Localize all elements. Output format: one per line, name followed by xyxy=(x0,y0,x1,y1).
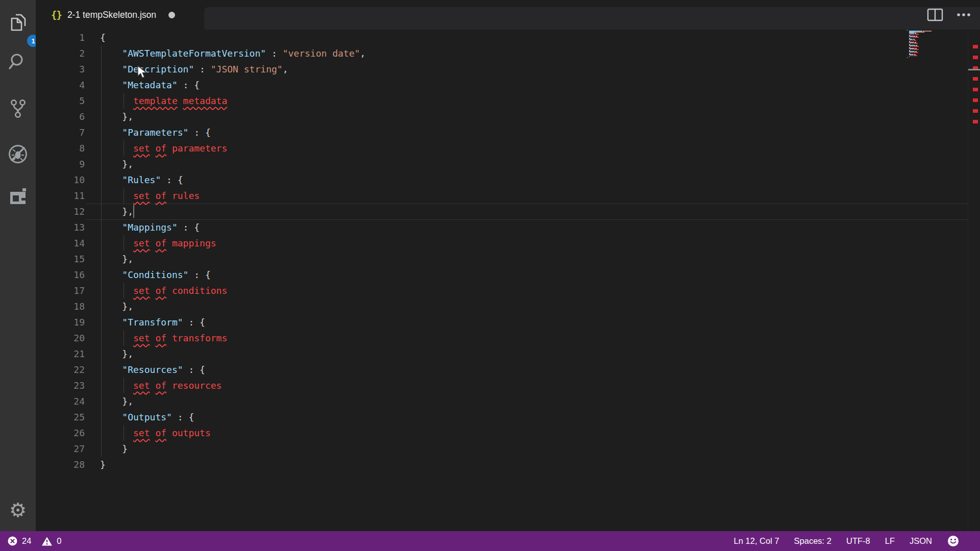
minimap-line xyxy=(914,52,918,53)
language-mode-status[interactable]: JSON xyxy=(910,536,932,546)
overview-ruler-error-mark xyxy=(973,88,978,91)
indentation-status[interactable]: Spaces: 2 xyxy=(794,536,831,546)
minimap-line xyxy=(910,37,912,38)
overview-ruler-error-mark xyxy=(973,77,978,81)
indent-guide xyxy=(124,140,124,156)
line-number: 6 xyxy=(36,109,85,124)
minimap-line xyxy=(912,43,913,44)
code-line-16: "Conditions" : { xyxy=(100,267,211,283)
dirty-dot-icon[interactable] xyxy=(168,12,175,18)
code-line-27: } xyxy=(100,441,128,457)
tab-tempskeleton-json[interactable]: {} 2-1 tempSkeleton.json xyxy=(36,0,204,30)
indent-guide xyxy=(124,235,124,251)
line-number: 23 xyxy=(36,378,85,393)
code-line-25: "Outputs" : { xyxy=(100,409,194,425)
indent-guide xyxy=(124,378,124,393)
line-number: 12 xyxy=(36,204,85,219)
line-number: 8 xyxy=(36,140,85,156)
minimap-line xyxy=(907,30,908,31)
minimap-line xyxy=(910,52,912,53)
overview-ruler-error-mark xyxy=(973,109,978,113)
line-number: 27 xyxy=(36,441,85,457)
current-line-border xyxy=(86,219,968,220)
tab-strip-background xyxy=(204,7,980,30)
code-line-11: set of rules xyxy=(100,188,200,204)
minimap[interactable] xyxy=(907,30,968,65)
code-line-23: set of resources xyxy=(100,378,222,393)
split-editor-icon[interactable] xyxy=(927,8,943,21)
feedback-smiley-icon[interactable] xyxy=(947,535,960,547)
minimap-divider xyxy=(968,30,968,531)
manage-button[interactable]: ⚙ xyxy=(7,499,29,521)
code-line-18: }, xyxy=(100,298,133,314)
code-line-3: "Description" : "JSON string", xyxy=(100,61,288,77)
line-number: 7 xyxy=(36,124,85,140)
code-line-22: "Resources" : { xyxy=(100,362,205,378)
line-number: 4 xyxy=(36,77,85,93)
editor-pane[interactable]: 1234567891011121314151617181920212223242… xyxy=(36,30,980,531)
line-number: 26 xyxy=(36,425,85,441)
sidebar-item-extensions[interactable] xyxy=(7,185,29,208)
error-icon xyxy=(7,536,18,546)
line-number: 9 xyxy=(36,156,85,172)
line-number: 2 xyxy=(36,45,85,61)
code-line-21: }, xyxy=(100,346,133,362)
code-line-1: { xyxy=(100,30,106,45)
debug-icon xyxy=(7,143,29,165)
vscode-window: 1 xyxy=(0,0,980,551)
minimap-line xyxy=(914,40,916,41)
overview-ruler-error-mark xyxy=(973,56,978,59)
minimap-line xyxy=(924,31,931,32)
sidebar-item-source-control[interactable] xyxy=(7,97,29,120)
code-line-15: }, xyxy=(100,251,133,267)
minimap-line xyxy=(910,43,912,44)
indent-guide xyxy=(124,283,124,298)
error-count: 24 xyxy=(22,536,31,546)
activity-bar: 1 xyxy=(0,0,36,531)
line-number: 13 xyxy=(36,219,85,235)
code-line-24: }, xyxy=(100,393,133,409)
more-actions-icon[interactable] xyxy=(957,13,971,17)
code-line-13: "Mappings" : { xyxy=(100,219,200,235)
minimap-line xyxy=(912,37,913,38)
minimap-line xyxy=(910,49,912,50)
sidebar-item-search[interactable] xyxy=(7,51,29,73)
line-number: 21 xyxy=(36,346,85,362)
minimap-line xyxy=(912,49,913,50)
problems-status[interactable]: 24 0 xyxy=(0,536,62,546)
line-number: 1 xyxy=(36,30,85,45)
code-line-17: set of conditions xyxy=(100,283,227,298)
minimap-line xyxy=(912,52,913,53)
gear-icon: ⚙ xyxy=(9,500,27,520)
extensions-icon xyxy=(7,185,29,208)
tab-title: 2-1 tempSkeleton.json xyxy=(67,10,156,20)
sidebar-item-explorer[interactable]: 1 xyxy=(7,11,29,34)
line-number: 17 xyxy=(36,283,85,298)
warning-icon xyxy=(41,536,53,546)
cursor-position-status[interactable]: Ln 12, Col 7 xyxy=(734,536,779,546)
minimap-line xyxy=(915,34,919,35)
mouse-cursor-icon xyxy=(137,65,150,81)
minimap-line xyxy=(910,34,914,35)
encoding-status[interactable]: UTF-8 xyxy=(846,536,870,546)
line-number: 18 xyxy=(36,298,85,314)
line-number: 25 xyxy=(36,409,85,425)
indent-guide xyxy=(124,330,124,346)
minimap-line xyxy=(907,57,908,58)
eol-status[interactable]: LF xyxy=(885,536,895,546)
files-icon xyxy=(7,11,29,34)
code-line-19: "Transform" : { xyxy=(100,314,205,330)
indent-guide xyxy=(124,188,124,204)
code-line-7: "Parameters" : { xyxy=(100,124,211,140)
minimap-line xyxy=(910,40,912,41)
code-line-5: template metadata xyxy=(100,93,227,109)
minimap-line xyxy=(914,43,918,44)
line-number: 11 xyxy=(36,188,85,204)
line-number: 20 xyxy=(36,330,85,346)
minimap-line xyxy=(912,46,913,47)
warning-count: 0 xyxy=(57,536,61,546)
current-line-border xyxy=(86,204,968,204)
sidebar-item-debug[interactable] xyxy=(7,143,29,165)
code-line-14: set of mappings xyxy=(100,235,216,251)
editor-actions xyxy=(927,7,971,22)
